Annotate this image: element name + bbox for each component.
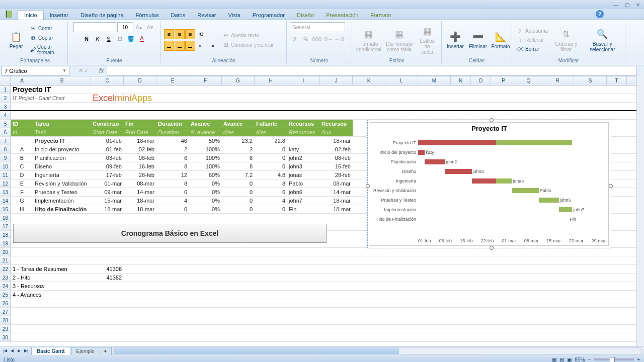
row-header[interactable]: 21 xyxy=(0,256,11,264)
cell[interactable] xyxy=(320,325,353,333)
cell[interactable]: 02-feb xyxy=(124,145,156,153)
cell[interactable]: 6 xyxy=(255,188,287,196)
cell[interactable] xyxy=(255,308,287,316)
gantt-bar-done[interactable] xyxy=(418,140,496,145)
cell[interactable] xyxy=(11,333,33,341)
cell[interactable]: 01-mar xyxy=(91,179,124,188)
cell[interactable] xyxy=(287,274,320,282)
cell[interactable]: 0 xyxy=(156,205,189,213)
cell[interactable]: Implementación xyxy=(33,197,91,205)
view-layout-icon[interactable]: ▤ xyxy=(559,357,564,363)
cell[interactable]: H xyxy=(11,205,33,213)
gantt-bar-remaining[interactable] xyxy=(539,198,559,203)
cell[interactable]: ExcelminiApps xyxy=(91,94,124,102)
dec-decimal-button[interactable]: ←.0 xyxy=(334,34,344,44)
cell[interactable]: Aux xyxy=(320,128,353,136)
find-select-button[interactable]: 🔍Buscar y seleccionar xyxy=(583,27,622,53)
cell[interactable] xyxy=(255,333,287,341)
gantt-bar-remaining[interactable] xyxy=(496,140,573,145)
col-header-Q[interactable]: Q xyxy=(516,76,541,85)
cell[interactable] xyxy=(91,325,124,333)
cell[interactable]: 100% xyxy=(189,154,222,162)
row-header[interactable]: 25 xyxy=(0,291,11,299)
cell[interactable]: 50% xyxy=(189,137,222,145)
cell[interactable] xyxy=(287,333,320,341)
indent-dec-button[interactable]: ⇤ xyxy=(196,41,206,51)
col-header-J[interactable]: J xyxy=(320,76,353,85)
font-size-combo[interactable] xyxy=(117,22,133,32)
cell[interactable] xyxy=(255,248,287,256)
cell[interactable]: 03-feb xyxy=(91,154,124,162)
cell[interactable] xyxy=(91,308,124,316)
cell[interactable] xyxy=(124,248,156,256)
cell[interactable] xyxy=(33,291,91,299)
cell[interactable] xyxy=(124,333,156,341)
col-header-P[interactable]: P xyxy=(491,76,516,85)
col-header-F[interactable]: F xyxy=(189,76,222,85)
cell[interactable] xyxy=(320,85,353,94)
cell[interactable] xyxy=(11,103,33,110)
col-header-A[interactable]: A xyxy=(11,76,33,85)
sheet-tab-ejemplo[interactable]: Ejemplo xyxy=(71,347,100,355)
cell[interactable]: 100% xyxy=(189,145,222,153)
italic-button[interactable]: K xyxy=(93,34,103,44)
view-break-icon[interactable]: ▣ xyxy=(567,357,572,363)
cell[interactable]: 0 xyxy=(222,197,255,205)
cell[interactable]: john3 xyxy=(287,162,320,170)
tab-revisar[interactable]: Revisar xyxy=(191,11,222,20)
row-header[interactable]: 19 xyxy=(0,239,11,247)
cell[interactable] xyxy=(91,248,124,256)
cell[interactable]: Diseño xyxy=(33,162,91,170)
cell[interactable] xyxy=(124,265,156,273)
tab-vista[interactable]: Vista xyxy=(222,11,247,20)
merge-button[interactable]: ⊞Combinar y centrar xyxy=(221,41,275,49)
row-header[interactable]: 9 xyxy=(0,154,11,162)
cell[interactable] xyxy=(287,265,320,273)
cell[interactable]: katy xyxy=(287,145,320,153)
gantt-bar-remaining[interactable] xyxy=(559,207,573,212)
cell[interactable] xyxy=(287,111,320,119)
cell[interactable]: B xyxy=(11,154,33,162)
cell[interactable]: Comienzo xyxy=(91,120,124,128)
cell[interactable] xyxy=(33,265,91,273)
cell[interactable] xyxy=(255,85,287,94)
cell[interactable] xyxy=(222,248,255,256)
cell[interactable] xyxy=(189,333,222,341)
col-header-B[interactable]: B xyxy=(33,76,91,85)
border-button[interactable]: ⊞ xyxy=(115,34,125,44)
cell[interactable] xyxy=(91,299,124,307)
cell[interactable] xyxy=(33,256,91,264)
cell[interactable] xyxy=(91,291,124,299)
cell[interactable]: 08-feb xyxy=(124,154,156,162)
cell[interactable]: Faltante xyxy=(255,120,287,128)
cell[interactable]: 23.2 xyxy=(222,137,255,145)
cell[interactable] xyxy=(320,265,353,273)
row-header[interactable]: 14 xyxy=(0,197,11,205)
cell[interactable]: días xyxy=(255,128,287,136)
cell[interactable] xyxy=(156,103,189,110)
cell[interactable] xyxy=(156,85,189,94)
cell[interactable]: 3 - Recursos xyxy=(11,282,33,290)
row-header[interactable]: 5 xyxy=(0,120,11,128)
row-header[interactable]: 29 xyxy=(0,325,11,333)
row-header[interactable]: 23 xyxy=(0,274,11,282)
cell[interactable]: 0 xyxy=(255,154,287,162)
cell[interactable]: C xyxy=(11,162,33,170)
col-header-O[interactable]: O xyxy=(471,76,491,85)
formula-input[interactable] xyxy=(107,66,636,76)
tab-insertar[interactable]: Insertar xyxy=(44,11,74,20)
cell[interactable] xyxy=(11,137,33,145)
cell[interactable] xyxy=(189,111,222,119)
cell[interactable] xyxy=(124,274,156,282)
horizontal-scrollbar[interactable] xyxy=(114,347,642,354)
grid[interactable]: 1Proyecto IT2IT Project - Gantt ChartExc… xyxy=(0,85,644,346)
cell[interactable] xyxy=(11,308,33,316)
cell[interactable]: Pruebas y Testeo xyxy=(33,188,91,196)
cell[interactable] xyxy=(33,282,91,290)
inc-decimal-button[interactable]: .0→ xyxy=(323,34,333,44)
cell[interactable] xyxy=(222,103,255,110)
cell[interactable]: Fin xyxy=(287,205,320,213)
cell[interactable] xyxy=(189,85,222,94)
cell[interactable] xyxy=(189,282,222,290)
cell[interactable] xyxy=(287,316,320,324)
